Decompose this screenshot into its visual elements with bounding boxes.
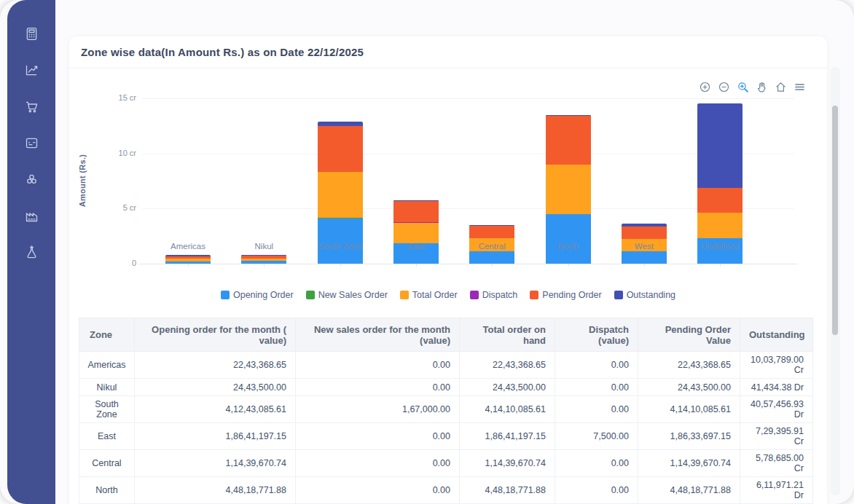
id-card-icon — [24, 135, 39, 151]
cell-value: 24,43,500.00 — [460, 379, 555, 396]
x-category-label: West — [604, 242, 684, 251]
chart-legend: Opening OrderNew Sales OrderTotal OrderD… — [69, 290, 827, 300]
cell-value: 0.00 — [555, 396, 638, 423]
calculator-icon — [24, 26, 39, 42]
zoom-out-icon[interactable] — [717, 80, 731, 94]
table-row: Central1,14,39,670.740.001,14,39,670.740… — [79, 450, 813, 477]
sidebar-item-flask[interactable] — [23, 243, 40, 261]
bar-segment-outstanding — [697, 103, 743, 189]
cell-value: 4,48,18,771.88 — [135, 477, 296, 504]
cell-value: 0.00 — [555, 379, 638, 396]
selection-zoom-icon[interactable] — [736, 80, 750, 94]
legend-item-pending-order[interactable]: Pending Order — [530, 290, 601, 300]
zone-stacked-bar-chart: Amount (Rs.) 15 cr10 cr5 cr0 AmericasNik… — [69, 68, 827, 318]
column-header: Total order on hand — [460, 318, 555, 352]
factory-icon — [24, 208, 39, 224]
bar-segment-opening-order — [546, 214, 591, 264]
cell-value: 22,43,368.65 — [638, 352, 740, 379]
sidebar-item-factory[interactable] — [23, 207, 40, 224]
molecule-icon — [24, 172, 39, 187]
card-header: Zone wise data(In Amount Rs.) as on Date… — [69, 36, 827, 68]
x-category-label: Americas — [148, 242, 228, 251]
cell-value: 22,43,368.65 — [460, 352, 555, 379]
legend-label: Outstanding — [627, 290, 675, 300]
sidebar-item-line-chart[interactable] — [23, 61, 40, 79]
stacked-bar-undefined[interactable] — [697, 103, 743, 264]
legend-item-total-order[interactable]: Total Order — [400, 290, 458, 300]
cell-zone: North — [79, 477, 135, 504]
x-category-label: East — [376, 242, 456, 251]
column-header: Zone — [79, 318, 135, 352]
table-row: South Zone4,12,43,085.611,67,000.004,14,… — [79, 396, 813, 423]
table-header-row: ZoneOpening order for the month ( value)… — [79, 318, 813, 352]
cell-value: 0.00 — [296, 423, 460, 450]
gridline — [142, 208, 794, 209]
x-tick — [644, 264, 645, 267]
legend-marker — [400, 291, 409, 299]
menu-icon[interactable] — [793, 80, 807, 94]
column-header: New sales order for the month (value) — [296, 318, 460, 352]
flask-icon — [24, 245, 39, 260]
cell-zone: South Zone — [79, 396, 135, 423]
cell-value: 1,86,33,697.15 — [638, 423, 740, 450]
bar-segment-pending-order — [393, 201, 439, 221]
legend-item-opening-order[interactable]: Opening Order — [221, 290, 294, 300]
bar-segment-opening-order — [469, 251, 514, 264]
page-title: Zone wise data(In Amount Rs.) as on Date… — [81, 46, 364, 58]
legend-label: New Sales Order — [318, 290, 388, 300]
legend-item-new-sales-order[interactable]: New Sales Order — [306, 290, 388, 300]
cell-value: 6,11,971.21 Dr — [740, 477, 813, 504]
sidebar-item-cart[interactable] — [23, 98, 40, 115]
sidebar-item-calculator[interactable] — [23, 25, 40, 42]
cell-value: 40,57,456.93 Dr — [740, 396, 813, 423]
cell-value: 24,43,500.00 — [638, 379, 740, 396]
cell-value: 22,43,368.65 — [135, 352, 296, 379]
stacked-bar-americas[interactable] — [165, 255, 211, 264]
bar-segment-pending-order — [469, 226, 514, 238]
bar-segment-opening-order — [622, 251, 667, 264]
legend-label: Dispatch — [482, 290, 518, 300]
cell-value: 1,86,41,197.15 — [460, 423, 555, 450]
cell-value: 0.00 — [555, 450, 638, 477]
cell-zone: Nikul — [79, 379, 135, 396]
cell-value: 41,434.38 Dr — [740, 379, 813, 396]
cell-value: 7,500.00 — [555, 423, 638, 450]
cell-value: 4,48,18,771.88 — [638, 477, 740, 504]
sidebar-item-id-card[interactable] — [23, 134, 40, 151]
cell-value: 1,14,39,670.74 — [460, 450, 555, 477]
legend-marker — [470, 291, 479, 299]
table-row: East1,86,41,197.150.001,86,41,197.157,50… — [79, 423, 813, 450]
app-window: Zone wise data(In Amount Rs.) as on Date… — [0, 0, 854, 504]
cell-value: 0.00 — [555, 352, 638, 379]
stacked-bar-nikul[interactable] — [241, 255, 286, 264]
cell-value: 1,14,39,670.74 — [638, 450, 740, 477]
x-tick — [188, 264, 189, 267]
column-header: Dispatch (value) — [555, 318, 638, 352]
cell-value: 4,14,10,085.61 — [638, 396, 740, 423]
x-category-label: North — [528, 242, 608, 251]
zoom-in-icon[interactable] — [698, 80, 712, 94]
y-tick-label: 0 — [97, 259, 136, 267]
cell-value: 4,48,18,771.88 — [460, 477, 555, 504]
plot-area — [142, 98, 794, 264]
cell-value: 0.00 — [296, 379, 460, 396]
x-tick — [416, 264, 417, 267]
legend-item-outstanding[interactable]: Outstanding — [614, 290, 675, 300]
pan-icon[interactable] — [755, 80, 769, 94]
sidebar — [7, 0, 55, 504]
stacked-bar-east[interactable] — [393, 200, 439, 264]
table-row: Americas22,43,368.650.0022,43,368.650.00… — [79, 352, 813, 379]
scrollbar-thumb[interactable] — [832, 106, 838, 335]
home-icon[interactable] — [774, 80, 788, 94]
cell-value: 10,03,789.00 Cr — [740, 352, 813, 379]
cell-value: 1,86,41,197.15 — [135, 423, 296, 450]
legend-marker — [530, 291, 538, 299]
cell-value: 4,12,43,085.61 — [135, 396, 296, 423]
legend-item-dispatch[interactable]: Dispatch — [470, 290, 518, 300]
y-tick-label: 5 cr — [97, 203, 136, 212]
legend-label: Pending Order — [542, 290, 601, 300]
column-header: Pending Order Value — [638, 318, 740, 352]
table-row: North4,48,18,771.880.004,48,18,771.880.0… — [79, 477, 813, 504]
sidebar-item-molecule[interactable] — [23, 170, 40, 188]
gridline — [142, 154, 794, 154]
